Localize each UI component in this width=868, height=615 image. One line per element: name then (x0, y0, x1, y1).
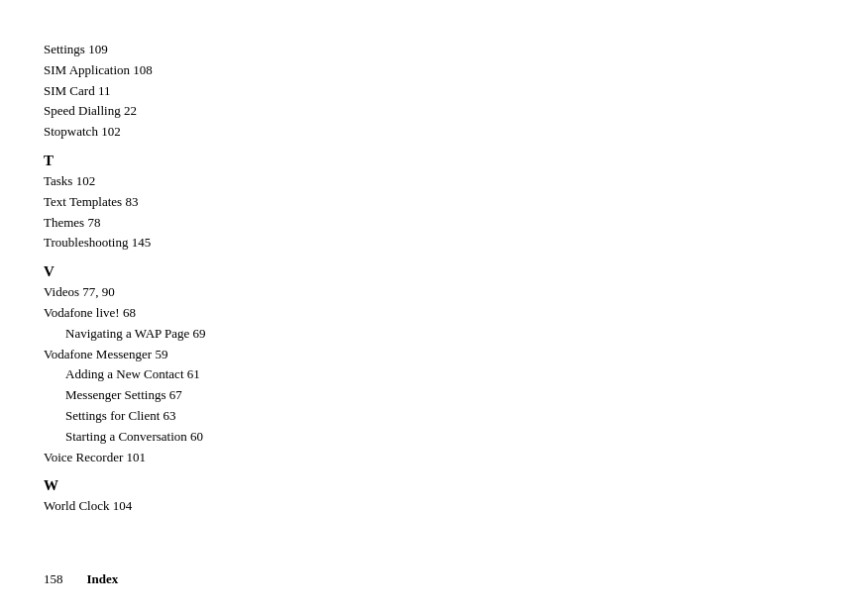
list-item: Starting a Conversation 60 (44, 427, 824, 448)
list-item: SIM Card 11 (44, 81, 824, 102)
list-item: SIM Application 108 (44, 60, 824, 81)
list-item: Tasks 102 (44, 171, 824, 192)
list-item: Text Templates 83 (44, 192, 824, 213)
list-item: Stopwatch 102 (44, 122, 824, 143)
list-item: Speed Dialling 22 (44, 101, 824, 122)
v-section-header: V (44, 263, 824, 280)
w-section-header: W (44, 477, 824, 494)
page-number: 158 (44, 571, 63, 587)
t-section: T Tasks 102 Text Templates 83 Themes 78 … (44, 153, 824, 254)
v-section: V Videos 77, 90 Vodafone live! 68 Naviga… (44, 263, 824, 467)
s-section: Settings 109 SIM Application 108 SIM Car… (44, 40, 824, 143)
page-footer: 158 Index (44, 571, 824, 587)
list-item: World Clock 104 (44, 496, 824, 517)
w-section: W World Clock 104 (44, 477, 824, 517)
list-item: Videos 77, 90 (44, 282, 824, 303)
list-item: Messenger Settings 67 (44, 385, 824, 406)
list-item: Voice Recorder 101 (44, 448, 824, 468)
t-section-header: T (44, 153, 824, 169)
list-item: Vodafone Messenger 59 (44, 345, 824, 365)
list-item: Navigating a WAP Page 69 (44, 324, 824, 345)
footer-label: Index (87, 571, 119, 587)
list-item: Troubleshooting 145 (44, 233, 824, 254)
list-item: Settings for Client 63 (44, 406, 824, 427)
list-item: Adding a New Contact 61 (44, 364, 824, 385)
page-content: Settings 109 SIM Application 108 SIM Car… (0, 0, 868, 557)
list-item: Settings 109 (44, 40, 824, 60)
list-item: Vodafone live! 68 (44, 303, 824, 324)
list-item: Themes 78 (44, 213, 824, 234)
